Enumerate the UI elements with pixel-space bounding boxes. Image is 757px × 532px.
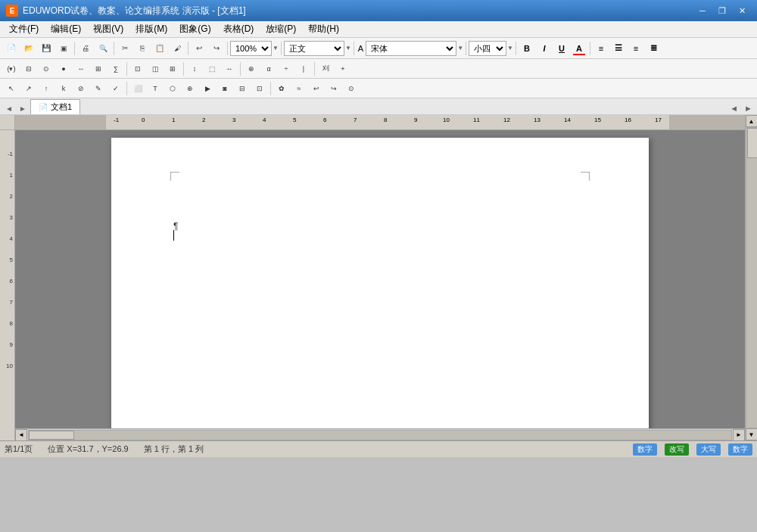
menu-layout[interactable]: 排版(M) (129, 21, 173, 38)
tb3-btn5[interactable]: ↔ (73, 61, 89, 77)
tb3-btn12[interactable]: ⬚ (204, 61, 220, 77)
v-ruler-mark: 9 (10, 342, 14, 348)
sep-t3-3 (240, 62, 241, 76)
tb4-btn3[interactable]: ↑ (38, 80, 55, 97)
tb3-btn17[interactable]: | (295, 61, 312, 77)
font-color-button[interactable]: A (571, 40, 587, 57)
tb4-btn2[interactable]: ↗ (20, 80, 37, 97)
tb3-btn13[interactable]: ↔ (221, 61, 238, 77)
align-justify-button[interactable]: ≣ (645, 40, 662, 57)
menu-image[interactable]: 图象(G) (173, 21, 217, 38)
redo-button[interactable]: ↪ (208, 40, 225, 57)
print-button[interactable]: 🖨 (77, 40, 94, 57)
icon14: ⊕ (248, 65, 254, 73)
tb3-btn18[interactable]: 刈 (317, 61, 334, 77)
scroll-up-button[interactable]: ▲ (746, 115, 758, 127)
tab-next-button[interactable]: ► (17, 102, 29, 114)
tb4-btn14[interactable]: ⊟ (234, 80, 251, 97)
tb3-btn11[interactable]: ↕ (186, 61, 203, 77)
h-scroll-thumb[interactable] (29, 431, 74, 440)
vertical-ruler: -1 1 2 3 4 5 6 7 8 9 10 (0, 115, 15, 440)
tab-expand-right[interactable]: ► (743, 102, 754, 114)
save-button[interactable]: 💾 (38, 40, 55, 57)
tb4-btn8[interactable]: ⬜ (129, 80, 146, 97)
v-ruler-mark: 6 (10, 278, 14, 285)
menu-file[interactable]: 文件(F) (3, 21, 45, 38)
menu-table[interactable]: 表格(D) (217, 21, 260, 38)
tb3-btn4[interactable]: ● (55, 61, 72, 77)
size-select[interactable]: 小四 四号 小三 三号 (469, 41, 506, 56)
tb4-btn10[interactable]: ⬡ (164, 80, 181, 97)
tb4-btn4[interactable]: k (55, 80, 72, 97)
tb4-btn15[interactable]: ⊡ (251, 80, 268, 97)
window-controls[interactable]: ─ ❐ ✕ (693, 4, 751, 17)
menu-edit[interactable]: 编辑(E) (45, 21, 87, 38)
tb4-btn9[interactable]: T (147, 80, 164, 97)
tb4-btn1[interactable]: ↖ (3, 80, 20, 97)
undo-button[interactable]: ↩ (191, 40, 207, 57)
scroll-right-button[interactable]: ► (733, 429, 745, 441)
tab-expand-left[interactable]: ◄ (728, 102, 740, 114)
underline-button[interactable]: U (553, 40, 570, 57)
tb4-btn11[interactable]: ⊕ (182, 80, 198, 97)
scroll-left-button[interactable]: ◄ (15, 429, 27, 441)
tb4-btn12[interactable]: ▶ (199, 80, 216, 97)
document-scroll-area[interactable]: ¶ (15, 130, 745, 428)
icon18: 刈 (322, 64, 329, 73)
tb3-btn6[interactable]: ⊞ (90, 61, 107, 77)
tb4-btn18[interactable]: ↩ (308, 80, 325, 97)
scroll-down-button[interactable]: ▼ (746, 428, 758, 440)
bold-button[interactable]: B (519, 40, 535, 57)
tb3-btn19[interactable]: + (335, 61, 351, 77)
tb3-btn8[interactable]: ⊡ (129, 61, 146, 77)
tb3-btn9[interactable]: ◫ (147, 61, 164, 77)
tb4-btn16[interactable]: ✿ (273, 80, 290, 97)
doc-tab[interactable]: 📄 文档1 (30, 99, 80, 114)
h-scroll-track[interactable] (28, 430, 732, 440)
tb3-btn14[interactable]: ⊕ (243, 61, 260, 77)
menu-view[interactable]: 视图(V) (87, 21, 129, 38)
zoom-select[interactable]: 100% 75% 50% 150% (230, 41, 272, 56)
v-scroll-track[interactable] (746, 127, 758, 428)
menu-zoom[interactable]: 放缩(P) (260, 21, 302, 38)
font-select[interactable]: 宋体 黑体 楷体 (366, 41, 456, 56)
tb3-btn7[interactable]: ∑ (107, 61, 124, 77)
close-button[interactable]: ✕ (733, 4, 751, 17)
paste-button[interactable]: 📋 (151, 40, 168, 57)
align-right-button[interactable]: ≡ (628, 40, 644, 57)
align-center-button[interactable]: ☰ (610, 40, 627, 57)
tb3-btn15[interactable]: α (260, 61, 277, 77)
tb3-btn16[interactable]: ÷ (278, 61, 294, 77)
minimize-button[interactable]: ─ (693, 4, 712, 17)
separator7 (466, 42, 466, 55)
cut-button[interactable]: ✂ (117, 40, 133, 57)
tb3-btn10[interactable]: ⊞ (164, 61, 181, 77)
tb4-btn13[interactable]: ◙ (217, 80, 233, 97)
tb3-btn2[interactable]: ⊟ (20, 61, 37, 77)
copy-button[interactable]: ⎘ (134, 40, 151, 57)
style-select[interactable]: 正文 标题1 标题2 (284, 41, 344, 56)
tb3-btn1[interactable]: (▾) (3, 61, 20, 77)
tb3-btn3[interactable]: ⊙ (38, 61, 55, 77)
icon9: ◫ (152, 65, 159, 73)
restore-button[interactable]: ❐ (713, 4, 731, 17)
document-page[interactable]: ¶ (111, 138, 649, 428)
print-preview-button[interactable]: 🔍 (95, 40, 111, 57)
new-button[interactable]: 📄 (3, 40, 20, 57)
v-scroll-thumb[interactable] (747, 128, 758, 158)
tb4-btn6[interactable]: ✎ (90, 80, 107, 97)
menu-help[interactable]: 帮助(H) (302, 21, 345, 38)
format-brush-button[interactable]: 🖌 (169, 40, 185, 57)
v-ruler-mark: 10 (6, 363, 14, 369)
tb4-btn17[interactable]: ≈ (291, 80, 307, 97)
tab-prev-button[interactable]: ◄ (3, 102, 15, 114)
tb4-btn5[interactable]: ⊘ (73, 80, 89, 97)
italic-button[interactable]: I (536, 40, 553, 57)
tb4-btn20[interactable]: ⊙ (343, 80, 360, 97)
open-button[interactable]: 📂 (20, 40, 37, 57)
align-left-button[interactable]: ≡ (593, 40, 609, 57)
tb4-btn19[interactable]: ↪ (326, 80, 342, 97)
tb4-btn7[interactable]: ✓ (107, 80, 124, 97)
h-mark: 15 (594, 117, 601, 123)
saveas-button[interactable]: ▣ (55, 40, 72, 57)
